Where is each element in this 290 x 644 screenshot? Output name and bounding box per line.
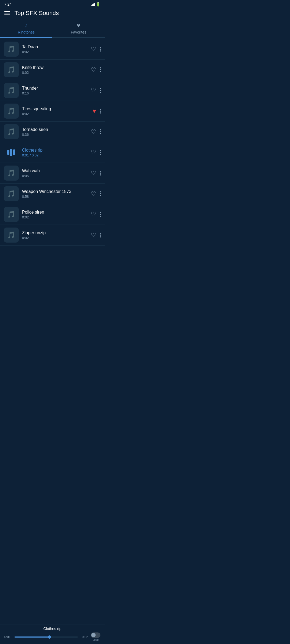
sound-info: Clothes rip 0:01 / 0:02 xyxy=(22,148,88,157)
bar3 xyxy=(13,149,15,155)
music-note-icon: 🎵 xyxy=(7,45,15,53)
more-button[interactable] xyxy=(100,47,101,52)
sound-name: Weapon Winchester 1873 xyxy=(22,189,88,194)
status-time: 7:24 xyxy=(4,2,12,6)
sound-duration: 0:58 xyxy=(22,195,88,199)
sound-duration: 0:02 xyxy=(22,112,89,116)
like-button[interactable]: ♡ xyxy=(91,232,96,239)
dot1 xyxy=(100,109,101,110)
sound-duration: 0:02 xyxy=(22,236,88,240)
sound-duration: 0:02 xyxy=(22,215,88,219)
more-button[interactable] xyxy=(100,109,101,114)
dot1 xyxy=(100,212,101,213)
dot2 xyxy=(100,173,101,174)
sound-thumb: 🎵 xyxy=(4,42,19,57)
sound-actions: ♡ xyxy=(91,232,101,239)
signal-icon xyxy=(91,3,95,6)
like-button[interactable]: ♡ xyxy=(91,190,96,197)
like-button[interactable]: ♡ xyxy=(91,211,96,218)
sound-duration: 0:01 / 0:02 xyxy=(22,153,88,157)
sound-thumb: 🎵 xyxy=(4,186,19,201)
sound-actions: ♡ xyxy=(91,149,101,156)
sound-thumb: 🎵 xyxy=(4,62,19,77)
tab-ringtones[interactable]: ♪ Ringtones xyxy=(0,20,52,38)
sound-item-3[interactable]: 🎵 Thunder 0:16 ♡ xyxy=(0,80,105,101)
more-button[interactable] xyxy=(100,191,101,196)
sound-name: Knife throw xyxy=(22,65,88,70)
dot3 xyxy=(100,71,101,72)
dot3 xyxy=(100,50,101,52)
like-button[interactable]: ♥ xyxy=(93,108,96,115)
dot1 xyxy=(100,191,101,192)
sound-list: 🎵 Ta Daaa 0:02 ♡ 🎵 Knife throw 0:02 ♡ xyxy=(0,38,105,247)
page-title: Top SFX Sounds xyxy=(15,10,59,17)
sound-name: Police siren xyxy=(22,210,88,215)
sound-thumb: 🎵 xyxy=(4,104,19,119)
status-bar: 7:24 🔋 xyxy=(0,0,105,8)
sound-item-6[interactable]: Clothes rip 0:01 / 0:02 ♡ xyxy=(0,142,105,163)
sound-thumb: 🎵 xyxy=(4,83,19,98)
sound-item-2[interactable]: 🎵 Knife throw 0:02 ♡ xyxy=(0,60,105,80)
music-note-icon: 🎵 xyxy=(7,66,15,74)
sound-item-8[interactable]: 🎵 Weapon Winchester 1873 0:58 ♡ xyxy=(0,184,105,204)
sound-item-4[interactable]: 🎵 Tires squealing 0:02 ♥ xyxy=(0,101,105,122)
more-button[interactable] xyxy=(100,150,101,155)
more-button[interactable] xyxy=(100,212,101,217)
sound-duration: 0:02 xyxy=(22,71,88,75)
sound-name: Tires squealing xyxy=(22,107,89,111)
like-button[interactable]: ♡ xyxy=(91,128,96,135)
header: Top SFX Sounds xyxy=(0,8,105,20)
sound-thumb: 🎵 xyxy=(4,166,19,181)
dot2 xyxy=(100,90,101,91)
dot3 xyxy=(100,174,101,175)
sound-item-9[interactable]: 🎵 Police siren 0:02 ♡ xyxy=(0,204,105,225)
tabs: ♪ Ringtones ♥ Favorites xyxy=(0,20,105,38)
sound-name: Ta Daaa xyxy=(22,45,88,49)
dot2 xyxy=(100,49,101,50)
sound-actions: ♡ xyxy=(91,128,101,135)
sound-actions: ♡ xyxy=(91,170,101,177)
dot2 xyxy=(100,111,101,112)
sound-actions: ♡ xyxy=(91,66,101,73)
bar2 xyxy=(10,149,12,156)
dot1 xyxy=(100,88,101,89)
tab-favorites[interactable]: ♥ Favorites xyxy=(52,20,105,37)
dot1 xyxy=(100,171,101,172)
more-button[interactable] xyxy=(100,171,101,175)
dot2 xyxy=(100,131,101,132)
dot3 xyxy=(100,92,101,93)
sound-name: Zipper unzip xyxy=(22,230,88,235)
ringtones-label: Ringtones xyxy=(18,30,35,34)
sound-item-5[interactable]: 🎵 Tornado siren 0:36 ♡ xyxy=(0,122,105,142)
like-button[interactable]: ♡ xyxy=(91,46,96,53)
sound-item-1[interactable]: 🎵 Ta Daaa 0:02 ♡ xyxy=(0,39,105,60)
sound-info: Thunder 0:16 xyxy=(22,86,88,95)
sound-thumb: 🎵 xyxy=(4,207,19,222)
like-button[interactable]: ♡ xyxy=(91,87,96,94)
menu-button[interactable] xyxy=(4,11,10,15)
dot3 xyxy=(100,236,101,237)
dot2 xyxy=(100,214,101,215)
status-icons: 🔋 xyxy=(91,2,100,6)
dot3 xyxy=(100,216,101,217)
more-button[interactable] xyxy=(100,129,101,134)
dot3 xyxy=(100,133,101,134)
sound-item-10[interactable]: 🎵 Zipper unzip 0:02 ♡ xyxy=(0,225,105,246)
favorites-label: Favorites xyxy=(71,30,86,34)
like-button[interactable]: ♡ xyxy=(91,170,96,177)
more-button[interactable] xyxy=(100,67,101,72)
like-button[interactable]: ♡ xyxy=(91,149,96,156)
sound-thumb-playing xyxy=(4,145,19,160)
sound-thumb: 🎵 xyxy=(4,228,19,243)
sound-info: Police siren 0:02 xyxy=(22,210,88,219)
sound-actions: ♡ xyxy=(91,87,101,94)
sound-info: Zipper unzip 0:02 xyxy=(22,230,88,240)
more-button[interactable] xyxy=(100,233,101,237)
sound-item-7[interactable]: 🎵 Wah wah 0:05 ♡ xyxy=(0,163,105,184)
dot2 xyxy=(100,152,101,153)
music-note-icon: 🎵 xyxy=(7,190,15,197)
like-button[interactable]: ♡ xyxy=(91,66,96,73)
more-button[interactable] xyxy=(100,88,101,93)
music-note-icon: 🎵 xyxy=(7,107,15,115)
dot1 xyxy=(100,47,101,48)
